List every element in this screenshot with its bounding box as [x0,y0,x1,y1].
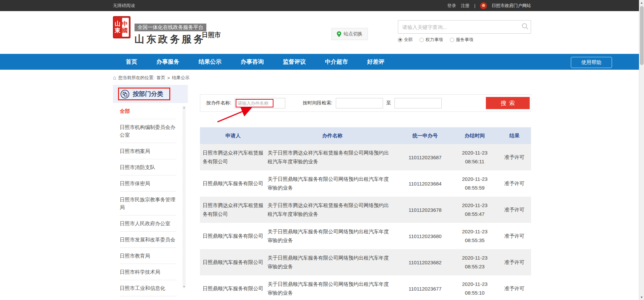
department-item[interactable]: 日照市工业和信息化 [120,280,176,296]
cell-result: 准予许可 [498,286,531,292]
breadcrumb-separator: > [167,75,170,80]
topbar: 无障碍阅读 登录 注册 | ★ 日照市政府门户网站 [0,0,644,11]
shandong-seal-logo-icon: 山東 中國 [113,16,130,38]
cell-finish-time: 2020-11-2308:55:23 [451,254,498,271]
scope-label: 权力事项 [426,37,443,43]
department-item[interactable]: 日照市发展和改革委员会 [120,232,176,248]
site-switch-button[interactable]: 站点切换 [331,28,368,40]
nav-item-rating[interactable]: 好差评 [367,58,384,66]
location-pin-icon [337,31,341,37]
city-portal-link[interactable]: 日照市政府门户网站 [492,3,531,9]
cell-item-name: 关于日照市腾达众祥汽车租赁服务有限公司网络预约出租汽车年度审验的业务 [266,145,399,169]
department-item[interactable]: 日照市科学技术局 [120,264,176,280]
cell-finish-time: 2020-11-2308:55:35 [451,227,498,245]
city-name: 日照市 [202,31,221,39]
breadcrumb-home-link[interactable]: 首页 [156,75,165,81]
site-switch-label: 站点切换 [344,31,362,37]
col-header-finish-time: 办结时间 [451,131,498,140]
scope-radio-service[interactable]: 服务事项 [450,37,473,43]
col-header-result: 结果 [498,133,531,139]
search-icon[interactable] [519,23,531,31]
nav-item-home[interactable]: 首页 [126,58,137,66]
nav-item-supervision[interactable]: 监督评议 [283,58,306,66]
scroll-down-icon[interactable]: ▼ [182,285,186,289]
cell-finish-time: 2020-11-2308:55:47 [451,201,498,219]
table-row[interactable]: 日照市腾达众祥汽车租赁服务有限公司 关于日照市腾达众祥汽车租赁服务有限公司网络预… [200,144,531,170]
cell-applicant: 日照市腾达众祥汽车租赁服务有限公司 [200,145,266,169]
seal-right-text: 中國 [122,18,129,37]
help-button[interactable]: 使用帮助 [571,57,612,68]
nav-item-services[interactable]: 办事服务 [156,58,179,66]
search-scope-radios: 全部 权力事项 服务事项 [398,37,531,43]
department-item[interactable]: 日照市消防支队 [120,159,176,175]
department-item[interactable]: 日照市保密局 [120,175,176,192]
sidebar-header: 按部门分类 [113,85,188,103]
scrollbar-thumb[interactable] [640,6,644,65]
table-row[interactable]: 日照鼎顺汽车服务有限公司 关于日照鼎顺汽车服务有限公司网络预约出租汽车年度审验的… [200,170,531,197]
table-row[interactable]: 日照鼎顺汽车服务有限公司 关于日照鼎顺汽车服务有限公司网络预约出租汽车年度审验的… [200,223,531,249]
site-logo: 山東 中國 全国一体化在线政务服务平台 山东政务服务 [113,16,206,46]
sidebar-scrollbar[interactable]: ▲ ▼ [182,106,186,288]
home-icon: ⌂ [113,75,116,80]
cell-applicant: 日照鼎顺汽车服务有限公司 [200,228,266,244]
header-search: 全部 权力事项 服务事项 [398,20,531,43]
time-range-label: 按时间段检索: [303,100,332,106]
department-item[interactable]: 日照市机构编制委员会办公室 [120,119,176,143]
department-list: 全部 日照市机构编制委员会办公室 日照市档案局 日照市消防支队 日照市保密局 日… [113,103,188,300]
filter-bar: 按办件名称: 按时间段检索: 至 搜索 [200,94,531,112]
to-label: 至 [386,100,391,106]
radio-icon [419,38,424,42]
national-emblem-icon: ★ [480,2,487,9]
scope-label: 服务事项 [456,37,473,43]
cell-code: 110112023687 [399,155,451,160]
cell-item-name: 关于日照鼎顺汽车服务有限公司网络预约出租汽车年度审验的业务 [266,276,399,300]
cell-item-name: 关于日照鼎顺汽车服务有限公司网络预约出租汽车年度审验的业务 [266,171,399,196]
breadcrumb-prefix: 您当前所在的位置: [118,75,155,81]
date-to-input[interactable] [394,98,442,108]
nav-item-consult[interactable]: 办事咨询 [241,58,264,66]
department-item[interactable]: 日照市档案局 [120,143,176,159]
cell-result: 准予许可 [498,259,531,266]
main-nav: 首页 办事服务 结果公示 办事咨询 监督评议 中介超市 好差评 使用帮助 [0,54,644,70]
scope-radio-all[interactable]: 全部 [398,37,413,43]
register-link[interactable]: 注册 [461,3,470,9]
nav-item-intermediary[interactable]: 中介超市 [325,58,348,66]
scope-radio-power[interactable]: 权力事项 [419,37,443,43]
accessibility-link[interactable]: 无障碍阅读 [113,3,135,9]
cell-applicant: 日照市腾达众祥汽车租赁服务有限公司 [200,198,266,222]
scroll-up-icon[interactable]: ▲ [182,106,186,110]
search-button[interactable]: 搜索 [486,97,530,109]
cell-applicant: 日照鼎顺汽车服务有限公司 [200,281,266,296]
radio-icon [398,38,402,42]
keyword-search-input[interactable] [398,24,519,30]
table-row[interactable]: 日照鼎顺汽车服务有限公司 关于日照鼎顺汽车服务有限公司网络预约出租汽车年度审验的… [200,249,531,275]
cell-finish-time: 2020-11-2308:55:59 [451,175,498,192]
department-item[interactable]: 日照市民族宗教事务管理局 [120,192,176,215]
breadcrumb: ⌂ 您当前所在的位置: 首页 > 结果公示 [0,70,644,85]
nav-item-results[interactable]: 结果公示 [199,58,222,66]
sidebar-title: 按部门分类 [133,90,163,98]
department-item[interactable]: 日照市人民政府办公室 [120,215,176,232]
scroll-down-icon[interactable]: ▼ [639,295,644,300]
cell-code: 110112023684 [399,181,451,187]
cell-code: 110112023677 [399,286,451,292]
cell-item-name: 关于日照鼎顺汽车服务有限公司网络预约出租汽车年度审验的业务 [266,224,399,248]
results-main: 按办件名称: 按时间段检索: 至 搜索 申请人 办件名称 统一申办 [200,85,531,300]
table-row[interactable]: 日照市腾达众祥汽车租赁服务有限公司 关于日照市腾达众祥汽车租赁服务有限公司网络预… [200,197,531,223]
cell-applicant: 日照鼎顺汽车服务有限公司 [200,255,266,270]
date-from-input[interactable] [336,98,383,108]
item-name-label: 按办件名称: [206,100,231,106]
cell-code: 110112023682 [399,260,451,265]
login-link[interactable]: 登录 [447,3,456,9]
department-item[interactable]: 日照市教育局 [120,248,176,264]
cell-item-name: 关于日照鼎顺汽车服务有限公司网络预约出租汽车年度审验的业务 [266,250,399,274]
scroll-up-icon[interactable]: ▲ [639,0,644,5]
cell-result: 准予许可 [498,207,531,213]
cell-applicant: 日照鼎顺汽车服务有限公司 [200,176,266,191]
table-row[interactable]: 日照鼎顺汽车服务有限公司 关于日照鼎顺汽车服务有限公司网络预约出租汽车年度审验的… [200,275,531,300]
breadcrumb-current[interactable]: 结果公示 [172,75,189,81]
department-item-all[interactable]: 全部 [120,103,176,119]
item-name-input[interactable] [235,98,285,108]
cell-code: 110112023680 [399,233,451,239]
page-scrollbar[interactable]: ▲ ▼ [639,0,644,300]
